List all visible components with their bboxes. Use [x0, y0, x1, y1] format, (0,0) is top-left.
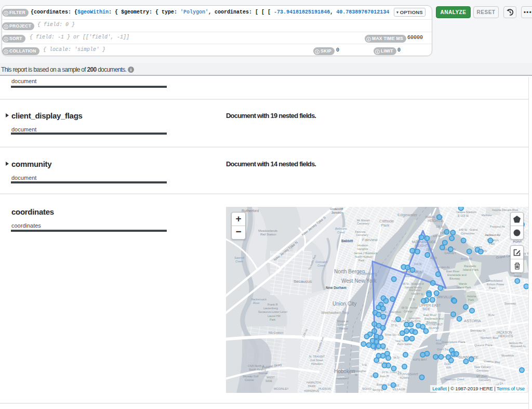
- svg-text:86 St - Museum of: 86 St - Museum of: [403, 282, 424, 285]
- svg-text:SOHO: SOHO: [362, 387, 371, 390]
- svg-text:HEIGHTS: HEIGHTS: [498, 334, 514, 338]
- svg-text:HARSIMUS: HARSIMUS: [304, 389, 319, 392]
- svg-text:KIPS BAY: KIPS BAY: [413, 358, 427, 361]
- svg-text:Woodside: Woodside: [501, 354, 514, 357]
- svg-text:HAMILTON: HAMILTON: [307, 381, 321, 384]
- svg-text:ISLAND: ISLAND: [429, 326, 439, 329]
- svg-text:Journal: Journal: [258, 372, 268, 375]
- svg-text:Lincoln: Lincoln: [338, 323, 347, 326]
- svg-text:Park: Park: [270, 318, 276, 321]
- svg-text:N. TRANSIT: N. TRANSIT: [309, 355, 325, 358]
- svg-text:149 St - Grand: 149 St - Grand: [459, 228, 477, 231]
- svg-text:Kills: Kills: [446, 366, 451, 369]
- svg-text:Queensboro Plaza: Queensboro Plaza: [442, 340, 466, 344]
- svg-text:North Hudson: North Hudson: [355, 255, 373, 258]
- svg-text:New Durham: New Durham: [326, 286, 347, 289]
- svg-text:Park: Park: [381, 223, 390, 228]
- svg-text:Astor Pl: Astor Pl: [380, 375, 389, 378]
- svg-text:Consolidated: Consolidated: [486, 279, 502, 282]
- svg-text:Sawmill: Sawmill: [234, 256, 245, 259]
- svg-text:Hoboken: Hoboken: [311, 362, 323, 365]
- svg-text:Esplanade and: Esplanade and: [424, 317, 444, 320]
- svg-text:UPPER EAST: UPPER EAST: [419, 304, 441, 307]
- svg-text:36 Av: 36 Av: [488, 313, 495, 316]
- svg-text:TOWN: TOWN: [400, 376, 409, 379]
- svg-text:125 St: 125 St: [433, 234, 441, 238]
- svg-text:Cemetery: Cemetery: [478, 378, 491, 381]
- svg-text:Secaucus-Lower Level: Secaucus-Lower Level: [258, 310, 287, 313]
- svg-text:James J Braddock: James J Braddock: [354, 252, 377, 255]
- svg-text:SIDE: SIDE: [422, 307, 431, 311]
- svg-text:Course: Course: [245, 378, 254, 381]
- svg-text:Secaucus: Secaucus: [294, 279, 312, 284]
- svg-text:Island: Island: [514, 274, 522, 278]
- svg-text:Bellmans: Bellmans: [335, 227, 347, 230]
- svg-text:Harbor: Harbor: [339, 327, 348, 330]
- svg-text:Bronx Kill: Bronx Kill: [461, 257, 472, 260]
- svg-text:JACKSON: JACKSON: [496, 331, 512, 334]
- svg-text:College: College: [404, 310, 413, 313]
- svg-text:VILLAGE: VILLAGE: [392, 388, 405, 391]
- svg-text:Laurel Hill: Laurel Hill: [268, 314, 280, 318]
- svg-text:Lautenberg: Lautenberg: [263, 307, 278, 310]
- svg-text:Edgewater: Edgewater: [397, 213, 418, 217]
- svg-text:Cemetery: Cemetery: [356, 233, 368, 236]
- svg-text:PARK: PARK: [308, 385, 316, 388]
- svg-text:Union City: Union City: [332, 301, 356, 307]
- svg-text:SIDE: SIDE: [265, 379, 272, 382]
- svg-text:Island Park: Island Park: [457, 286, 471, 289]
- svg-text:Hoboken: Hoboken: [334, 368, 355, 374]
- svg-text:72 St: 72 St: [409, 298, 415, 301]
- svg-text:Island Park: Island Park: [463, 268, 479, 271]
- svg-text:Weehawken Twp: Weehawken Twp: [321, 311, 349, 315]
- svg-text:MT Zion: MT Zion: [476, 375, 487, 378]
- svg-text:Esplanade and: Esplanade and: [447, 273, 467, 276]
- svg-text:68 St - Hunter: 68 St - Hunter: [402, 306, 418, 309]
- svg-text:Park: Park: [468, 298, 474, 301]
- svg-text:Newtown Creek: Newtown Creek: [444, 378, 464, 381]
- svg-text:Astoria Ditmars Blvd: Astoria Ditmars Blvd: [492, 208, 518, 212]
- svg-text:34 St: 34 St: [393, 356, 400, 359]
- svg-text:Penn Station: Penn Station: [397, 342, 413, 346]
- svg-text:77 St: 77 St: [417, 293, 423, 296]
- svg-text:135 St: 135 St: [436, 225, 444, 228]
- svg-text:ROOSEVELT: ROOSEVELT: [425, 323, 443, 326]
- svg-text:WEST: WEST: [267, 376, 275, 379]
- svg-text:Frank R: Frank R: [268, 303, 278, 306]
- svg-text:E 153 St: E 153 St: [458, 214, 469, 217]
- svg-text:Hoboken: Hoboken: [336, 377, 348, 380]
- svg-text:Skyway Golf: Skyway Golf: [243, 375, 259, 378]
- svg-text:Roosevelt Av: Roosevelt Av: [511, 345, 526, 348]
- svg-text:Manhattan: Manhattan: [409, 288, 421, 292]
- svg-text:Yankee Stadium: Yankee Stadium: [456, 210, 476, 214]
- svg-text:Hackensack: Hackensack: [251, 298, 267, 301]
- svg-text:Rail Station: Rail Station: [260, 233, 276, 236]
- svg-text:NS-Crokton: NS-Crokton: [269, 331, 284, 334]
- svg-text:Meadowlands: Meadowlands: [258, 229, 277, 232]
- svg-text:Heights: Heights: [357, 247, 368, 250]
- svg-text:Undercliff: Undercliff: [330, 207, 343, 210]
- svg-text:Court Sq: Court Sq: [437, 348, 448, 351]
- svg-text:Astoria: Astoria: [467, 295, 476, 298]
- svg-text:57 St: 57 St: [391, 324, 397, 327]
- svg-text:Edison Power: Edison Power: [487, 283, 504, 286]
- svg-text:Creek: Creek: [317, 264, 325, 267]
- svg-text:STUYVESANT: STUYVESANT: [397, 373, 418, 376]
- svg-text:Jackson Av: Jackson Av: [485, 233, 500, 236]
- svg-text:Christopher: Christopher: [353, 370, 366, 373]
- svg-text:2nd Street: 2nd Street: [310, 359, 324, 362]
- svg-text:Creek: Creek: [337, 231, 345, 234]
- svg-text:MCGINLEY: MCGINLEY: [274, 387, 289, 390]
- svg-text:Prospect Av: Prospect Av: [490, 225, 505, 228]
- svg-text:West New York: West New York: [341, 278, 377, 284]
- svg-text:Cemetery: Cemetery: [476, 369, 489, 372]
- svg-text:Northern Blvd: Northern Blvd: [481, 336, 498, 339]
- svg-text:Fairview: Fairview: [362, 238, 378, 242]
- svg-text:Bikeway: Bikeway: [449, 277, 460, 280]
- svg-text:Cromakill: Cromakill: [315, 260, 328, 263]
- svg-text:Steinway St: Steinway St: [470, 329, 486, 332]
- svg-text:Wards: Wards: [459, 282, 467, 285]
- svg-text:Island: Island: [411, 292, 418, 295]
- svg-text:Park: Park: [358, 259, 365, 262]
- svg-text:St: St: [355, 373, 357, 376]
